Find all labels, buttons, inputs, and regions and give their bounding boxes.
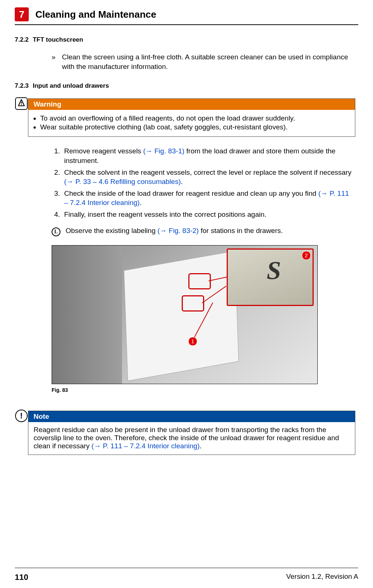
info-line: L Observe the existing labeling (→ Fig. … [52, 227, 355, 236]
figure-callout-2: 2 [302, 251, 311, 260]
cross-reference[interactable]: (→ Fig. 83-1) [143, 147, 184, 155]
text: Observe the existing labeling [66, 227, 157, 234]
section-title: Input and unload drawers [33, 82, 109, 89]
info-icon: L [52, 227, 60, 236]
note-header: Note [28, 411, 355, 422]
cross-reference[interactable]: (→ P. 111 – 7.2.4 Interior cleaning) [91, 442, 199, 450]
figure-83: 1 S 2 Fig. 83 [52, 245, 317, 393]
note-callout: ! Note Reagent residue can also be prese… [28, 411, 355, 455]
warning-icon [15, 97, 28, 110]
chapter-title: Cleaning and Maintenance [35, 9, 156, 20]
figure-caption: Fig. 83 [52, 387, 317, 393]
step-4: Finally, insert the reagent vessels into… [62, 210, 355, 219]
figure-inset: S [227, 248, 314, 306]
note-icon: ! [15, 410, 28, 422]
figure-callout-1: 1 [188, 337, 197, 346]
warning-bullet: To avoid an overflowing of a filled reag… [40, 114, 350, 122]
angle-marker-icon: » [52, 52, 62, 71]
version-text: Version 1.2, Revision A [286, 573, 358, 582]
inset-label: S [267, 256, 281, 285]
figure-image: 1 S 2 [52, 245, 318, 384]
text: Check the solvent in the reagent vessels… [64, 168, 351, 176]
callout-box [182, 295, 204, 312]
step-3: Check the inside of the load drawer for … [62, 189, 355, 208]
warning-bullet: Wear suitable protective clothing (lab c… [40, 123, 350, 131]
page-number: 110 [15, 573, 28, 582]
text: Remove reagent vessels [64, 147, 143, 155]
list-item: » Clean the screen using a lint-free clo… [52, 52, 355, 71]
svg-point-1 [21, 104, 22, 105]
section-number: 7.2.3 [15, 82, 31, 90]
page-footer: 110 Version 1.2, Revision A [15, 568, 358, 582]
cross-reference[interactable]: (→ Fig. 83-2) [157, 227, 199, 234]
cross-reference[interactable]: (→ P. 33 – 4.6 Refilling consumables) [64, 178, 181, 185]
section-heading-722: 7.2.2 TFT touchscreen [15, 36, 358, 44]
text: . [140, 199, 142, 206]
text: . [181, 178, 182, 185]
note-body: Reagent residue can also be present in t… [28, 422, 355, 455]
step-1: Remove reagent vessels (→ Fig. 83-1) fro… [62, 146, 355, 165]
text: for stations in the drawers. [199, 227, 283, 234]
chapter-number-badge: 7 [15, 7, 29, 21]
step-2: Check the solvent in the reagent vessels… [62, 168, 355, 187]
section-title: TFT touchscreen [33, 36, 83, 43]
section-heading-723: 7.2.3 Input and unload drawers [15, 82, 358, 90]
callout-box [188, 273, 211, 289]
section-number: 7.2.2 [15, 36, 31, 44]
warning-callout: Warning To avoid an overflowing of a fil… [28, 98, 355, 137]
text: Check the inside of the load drawer for … [64, 189, 318, 197]
item-text: Clean the screen using a lint-free cloth… [62, 52, 355, 71]
procedure-steps: Remove reagent vessels (→ Fig. 83-1) fro… [52, 146, 355, 219]
text: . [200, 442, 202, 450]
warning-header: Warning [28, 99, 355, 110]
warning-body: To avoid an overflowing of a filled reag… [28, 110, 355, 136]
page-header: 7 Cleaning and Maintenance [15, 7, 358, 25]
